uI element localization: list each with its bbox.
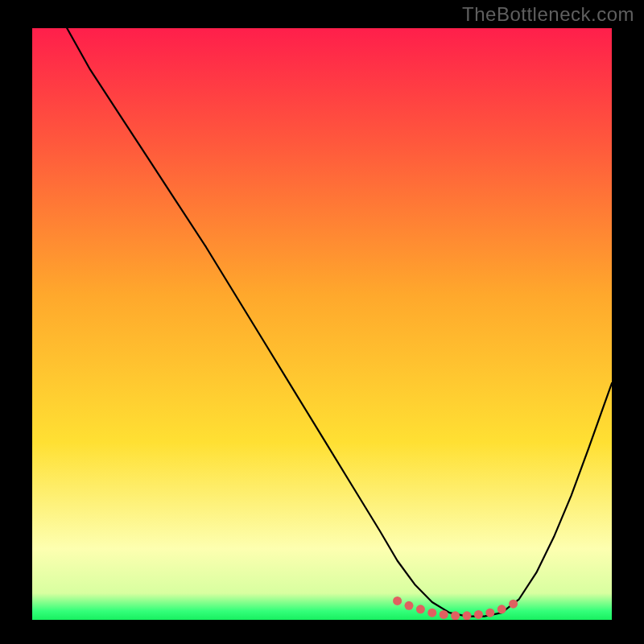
optimal-marker [416, 605, 425, 613]
plot-area [32, 28, 612, 620]
optimal-marker [509, 600, 518, 609]
bottleneck-chart [32, 28, 612, 620]
chart-frame: TheBottleneck.com [0, 0, 644, 644]
watermark-text: TheBottleneck.com [462, 3, 634, 26]
optimal-marker [474, 610, 483, 619]
optimal-marker [497, 605, 506, 613]
optimal-marker [405, 601, 414, 610]
optimal-marker [427, 609, 436, 617]
optimal-marker [451, 611, 460, 620]
gradient-background [32, 28, 612, 620]
optimal-marker [440, 610, 448, 619]
optimal-marker [393, 597, 402, 605]
optimal-marker [485, 609, 494, 617]
optimal-marker [463, 611, 472, 620]
